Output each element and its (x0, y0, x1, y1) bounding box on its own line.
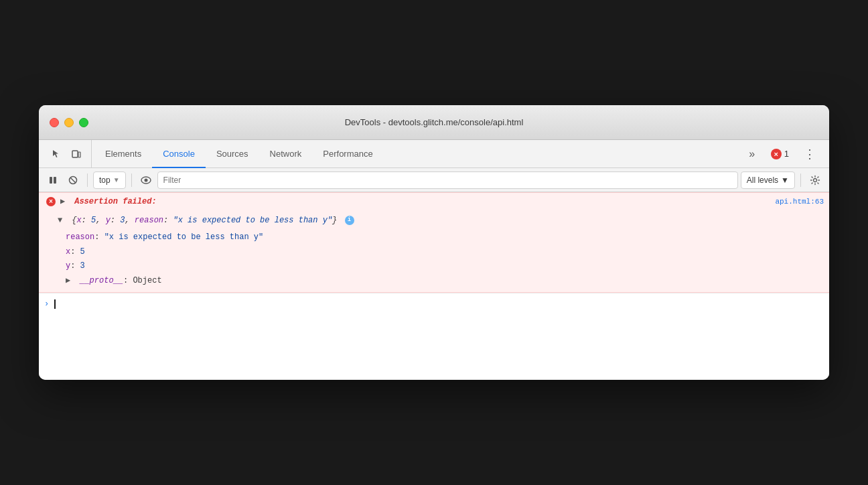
svg-point-7 (144, 178, 147, 182)
svg-point-8 (814, 178, 817, 182)
eye-button[interactable] (137, 171, 155, 189)
more-tabs-button[interactable]: » (743, 145, 762, 163)
console-input-row: › (39, 293, 829, 314)
error-entry: × ▶ Assertion failed: api.html:63 ▼ {x: … (39, 192, 829, 293)
levels-dropdown[interactable]: All levels ▼ (741, 171, 795, 189)
tab-network[interactable]: Network (259, 141, 313, 168)
divider (87, 174, 88, 187)
context-arrow: ▼ (113, 176, 120, 184)
tab-performance[interactable]: Performance (312, 141, 383, 168)
error-row-icon: × (44, 196, 58, 206)
info-icon[interactable]: i (345, 216, 354, 225)
reason-prop: reason: "x is expected to be less than y… (39, 230, 829, 245)
tabs: Elements Console Sources Network Perform… (94, 140, 737, 167)
console-output: × ▶ Assertion failed: api.html:63 ▼ {x: … (39, 192, 829, 380)
device-toggle-button[interactable] (67, 145, 86, 163)
svg-rect-0 (72, 151, 78, 157)
play-button[interactable] (44, 171, 62, 189)
divider3 (800, 174, 801, 187)
maximize-button[interactable] (79, 118, 88, 127)
cursor (54, 299, 56, 309)
tab-elements[interactable]: Elements (94, 141, 152, 168)
x-prop: x: 5 (39, 245, 829, 260)
toolbar-icons (42, 140, 92, 167)
settings-button[interactable] (806, 171, 824, 189)
error-count: 1 (784, 149, 789, 159)
error-indicator: × (46, 197, 56, 206)
svg-line-5 (71, 178, 76, 182)
proto-label: __proto__ (80, 276, 123, 285)
expand-toggle[interactable]: ▶ (60, 196, 68, 208)
object-content: ▼ {x: 5, y: 3, reason: "x is expected to… (58, 214, 824, 226)
assertion-content: ▶ Assertion failed: (60, 196, 775, 208)
context-selector[interactable]: top ▼ (93, 171, 126, 189)
levels-arrow: ▼ (781, 176, 789, 185)
error-badge[interactable]: × 1 (767, 147, 793, 161)
divider2 (131, 174, 132, 187)
assertion-label: Assertion failed: (74, 197, 156, 206)
window-title: DevTools - devtools.glitch.me/console/ap… (345, 117, 524, 127)
tab-console[interactable]: Console (152, 141, 206, 168)
assertion-row: × ▶ Assertion failed: api.html:63 (39, 193, 829, 212)
close-button[interactable] (50, 118, 59, 127)
proto-expand[interactable]: ▶ (66, 274, 74, 289)
minimize-button[interactable] (64, 118, 74, 127)
source-link[interactable]: api.html:63 (775, 196, 824, 206)
clear-button[interactable] (64, 171, 82, 189)
console-toolbar: top ▼ All levels ▼ (39, 168, 829, 192)
object-row: ▼ {x: 5, y: 3, reason: "x is expected to… (39, 212, 829, 230)
filter-input[interactable] (157, 171, 738, 189)
titlebar: DevTools - devtools.glitch.me/console/ap… (39, 105, 829, 140)
proto-prop: ▶ __proto__: Object (39, 274, 829, 293)
devtools-toolbar: Elements Console Sources Network Perform… (39, 140, 829, 168)
svg-rect-3 (54, 177, 56, 184)
toolbar-right: » × 1 ⋮ (737, 140, 826, 167)
svg-rect-2 (50, 177, 52, 184)
traffic-lights (50, 118, 88, 127)
error-icon: × (771, 149, 782, 159)
object-line: {x: 5, y: 3, reason: "x is expected to b… (72, 216, 342, 225)
input-chevron[interactable]: › (44, 299, 49, 309)
object-expand-toggle[interactable]: ▼ (58, 214, 66, 226)
menu-button[interactable]: ⋮ (798, 144, 821, 164)
y-prop: y: 3 (39, 259, 829, 274)
devtools-window: DevTools - devtools.glitch.me/console/ap… (39, 105, 829, 380)
tab-sources[interactable]: Sources (206, 141, 259, 168)
cursor-icon-button[interactable] (47, 145, 66, 163)
svg-rect-1 (78, 152, 80, 157)
proto-value: Object (133, 276, 161, 285)
